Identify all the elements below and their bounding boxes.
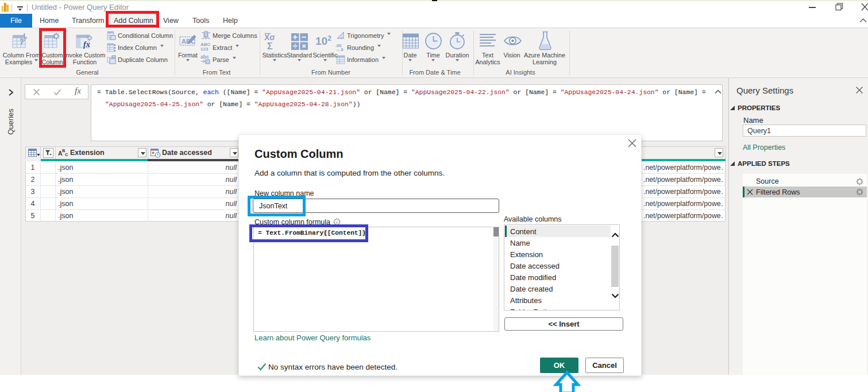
svg-text:Σ: Σ — [267, 41, 273, 51]
svg-text:Χσ: Χσ — [264, 33, 275, 42]
svg-text:fx: fx — [83, 40, 90, 49]
